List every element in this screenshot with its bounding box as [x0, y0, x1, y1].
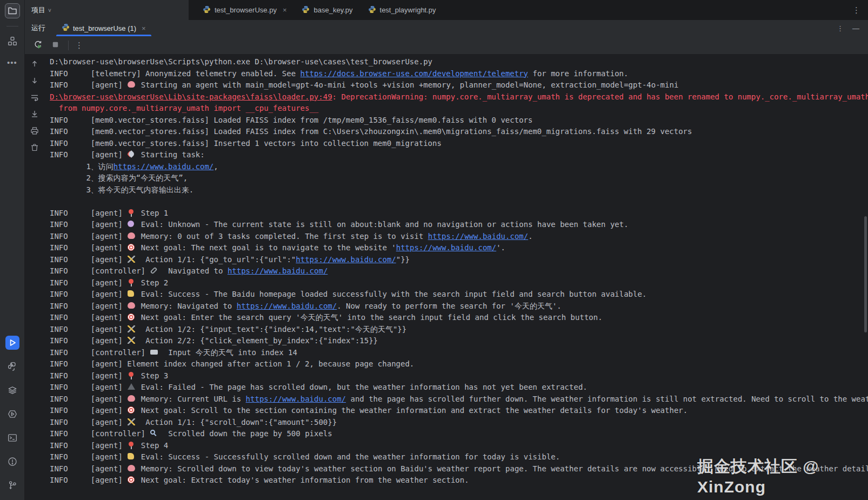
console-link[interactable]: https://www.baidu.com/ — [246, 395, 346, 403]
console-line: INFO [agent] Next goal: Enter the search… — [50, 312, 868, 324]
console-text: Memory: 0 out of 3 tasks completed. The … — [136, 232, 428, 241]
console-text: Navigated to — [159, 266, 227, 275]
console-text: INFO [mem0.vector_stores.faiss] Loaded F… — [50, 127, 692, 136]
target-icon — [127, 314, 136, 321]
console-text: Step 4 — [136, 441, 168, 450]
panel-options-kebab-icon[interactable]: ⋮ — [837, 24, 844, 32]
console-link[interactable]: https://www.baidu.com/ — [296, 255, 396, 264]
scrollbar-thumb[interactable] — [864, 216, 867, 332]
console-line: INFO [agent] Step 1 — [50, 208, 868, 219]
tab-label: test_playwright.py — [380, 6, 436, 14]
minimize-icon[interactable]: — — [852, 24, 859, 32]
terminal-button[interactable] — [5, 431, 19, 445]
console-line: INFO [controller] Navigated to https://w… — [50, 265, 868, 277]
pin-icon — [127, 442, 136, 449]
ide-window: ••• — [0, 0, 868, 500]
tab-test-browserUse[interactable]: test_browserUse.py × — [195, 0, 294, 20]
toolbar-kebab-icon[interactable]: ⋮ — [75, 41, 83, 50]
close-icon[interactable]: × — [283, 6, 287, 14]
stripe-divider — [6, 26, 18, 26]
tools-icon — [127, 256, 136, 263]
console-text: Next goal: The next goal is to navigate … — [136, 243, 396, 252]
tools-icon — [127, 337, 136, 344]
console-text: Next goal: Enter the search query '今天的天气… — [136, 313, 602, 322]
console-link[interactable]: D:\browser-use\browserUse\Lib\site-packa… — [50, 92, 332, 101]
console-line: INFO [agent] Step 3 — [50, 370, 868, 382]
console-text: INFO [agent] — [50, 441, 127, 450]
problems-button[interactable] — [5, 455, 19, 469]
editor-tab-bar: test_browserUse.py × base_key.py test_pl… — [189, 0, 868, 20]
console-line: INFO [mem0.vector_stores.faiss] Loaded F… — [50, 126, 868, 138]
version-control-button[interactable] — [5, 478, 19, 492]
console-text: INFO [agent] — [50, 383, 127, 391]
console-text: INFO [agent] — [50, 220, 127, 229]
console-text: INFO [controller] — [50, 348, 150, 357]
clear-icon[interactable] — [30, 143, 39, 154]
thumb-icon — [127, 453, 136, 461]
tab-test-playwright[interactable]: test_playwright.py — [360, 0, 444, 20]
console-text: INFO [mem0.vector_stores.faiss] Loaded F… — [50, 116, 532, 124]
more-tool-windows-button[interactable]: ••• — [5, 56, 19, 70]
console-link[interactable]: https://docs.browser-use.com/development… — [301, 69, 528, 78]
close-icon[interactable]: × — [142, 24, 146, 32]
folder-icon — [8, 6, 17, 16]
console-line: INFO [agent] Action 2/2: {"click_element… — [50, 335, 868, 347]
active-tab-underline — [56, 35, 151, 36]
console-link[interactable]: https://www.baidu.com/ — [396, 243, 496, 252]
console-line: INFO [mem0.vector_stores.faiss] Inserted… — [50, 138, 868, 150]
run-tool-button[interactable] — [5, 336, 19, 350]
structure-tool-button[interactable] — [5, 34, 19, 48]
console-text: INFO [agent] — [50, 395, 127, 403]
console-text: : DeprecationWarning: numpy.core._multia… — [332, 92, 868, 101]
console-line: INFO [agent] Starting task: — [50, 149, 868, 161]
console-line: INFO [agent] Starting an agent with main… — [50, 79, 868, 91]
console-link[interactable]: https://www.baidu.com/ — [428, 232, 528, 241]
chevron-down-icon: ˅ — [48, 8, 51, 14]
services-button[interactable] — [5, 383, 19, 397]
tab-options-kebab-icon[interactable]: ⋮ — [852, 5, 860, 15]
console-text: INFO [agent] — [50, 232, 127, 241]
project-label: 项目 — [31, 5, 45, 15]
project-panel-header[interactable]: 项目 ˅ — [25, 0, 189, 20]
console-text: Step 1 — [136, 209, 168, 217]
console-text: INFO [agent] — [50, 452, 127, 461]
up-arrow-icon[interactable] — [30, 59, 39, 70]
python-console-button[interactable] — [5, 359, 19, 374]
console-text: INFO [telemetry] Anonymized telemetry en… — [50, 69, 301, 78]
down-arrow-icon[interactable] — [30, 76, 39, 86]
console-text: INFO [agent] — [50, 325, 127, 334]
console-line: INFO [agent] Action 1/1: {"scroll_down":… — [50, 417, 868, 429]
console-text: Action 1/2: {"input_text":{"index":14,"t… — [136, 325, 406, 334]
console-text: from numpy.core._multiarray_umath import… — [50, 104, 318, 112]
project-tool-button[interactable] — [5, 3, 20, 18]
console-text: Eval: Success - The Baidu homepage loade… — [136, 290, 646, 298]
run-tab-test-browserUse-1[interactable]: test_browserUse (1) × — [56, 20, 151, 36]
console-text: INFO [agent] — [50, 464, 127, 473]
console-line: INFO [mem0.vector_stores.faiss] Loaded F… — [50, 115, 868, 126]
console-text: INFO [agent] — [50, 336, 127, 345]
run-tab-label: test_browserUse (1) — [73, 24, 136, 32]
rerun-button[interactable] — [31, 39, 44, 52]
python-file-icon — [62, 23, 70, 33]
console-output[interactable]: D:\browser-use\browserUse\Scripts\python… — [44, 54, 868, 500]
tab-base-key[interactable]: base_key.py — [294, 0, 360, 20]
stop-button[interactable] — [49, 39, 62, 52]
version-control-icon — [8, 481, 17, 490]
console-text: Action 2/2: {"click_element_by_index":{"… — [136, 336, 378, 345]
console-text: Action 1/1: {"go_to_url":{"url":" — [136, 255, 296, 264]
tools-icon — [127, 325, 136, 333]
terminal-icon — [8, 433, 17, 443]
console-text: INFO [agent] Element index changed after… — [50, 359, 414, 368]
soft-wrap-icon[interactable] — [30, 93, 39, 103]
console-link[interactable]: https://www.baidu.com/ — [237, 302, 337, 310]
warning-icon — [127, 383, 136, 391]
console-text: INFO [agent] — [50, 371, 127, 380]
console-link[interactable]: https://www.baidu.com/ — [228, 266, 328, 275]
console-link[interactable]: https://www.baidu.com/ — [113, 162, 213, 171]
run-console: D:\browser-use\browserUse\Scripts\python… — [25, 54, 868, 500]
brain-icon — [127, 465, 136, 472]
console-text: Eval: Success - Successfully scrolled do… — [136, 452, 560, 461]
scroll-to-end-icon[interactable] — [30, 110, 39, 120]
run-anything-button[interactable] — [5, 407, 19, 421]
print-icon[interactable] — [30, 126, 39, 137]
